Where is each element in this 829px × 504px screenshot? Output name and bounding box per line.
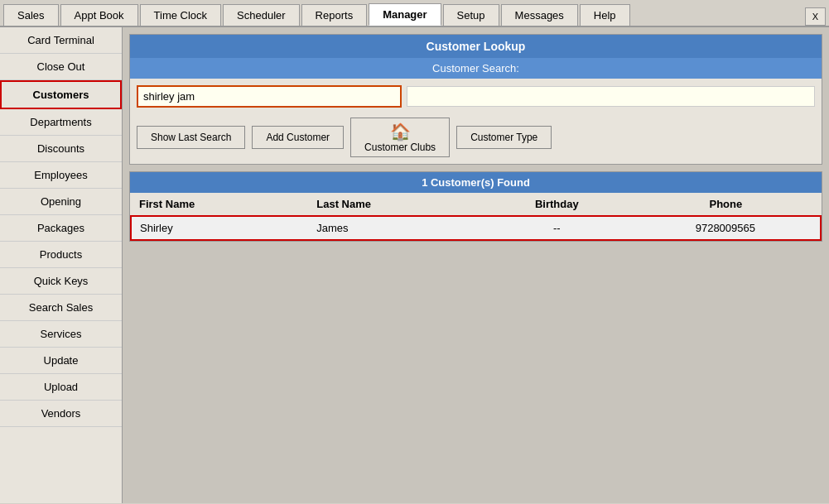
content-area: Customer Lookup Customer Search: Show La… — [123, 27, 829, 503]
sidebar-item-discounts[interactable]: Discounts — [0, 136, 122, 162]
cell-birthday: -- — [483, 216, 631, 240]
col-phone: Phone — [631, 193, 821, 216]
add-customer-button[interactable]: Add Customer — [252, 126, 344, 149]
results-table: First Name Last Name Birthday Phone Shir… — [130, 193, 822, 241]
show-last-search-button[interactable]: Show Last Search — [137, 126, 245, 149]
top-nav: Sales Appt Book Time Clock Scheduler Rep… — [0, 0, 829, 27]
col-first-name: First Name — [131, 193, 308, 216]
customer-type-button[interactable]: Customer Type — [456, 126, 552, 149]
customer-clubs-label: Customer Clubs — [364, 142, 436, 153]
table-header-row: First Name Last Name Birthday Phone — [131, 193, 821, 216]
search-input[interactable] — [137, 85, 402, 108]
sidebar-item-card-terminal[interactable]: Card Terminal — [0, 27, 122, 54]
buttons-row: Show Last Search Add Customer 🏠 Customer… — [130, 114, 822, 164]
sidebar-item-departments[interactable]: Departments — [0, 109, 122, 136]
tab-manager[interactable]: Manager — [369, 3, 441, 26]
sidebar-item-quick-keys[interactable]: Quick Keys — [0, 268, 122, 295]
tab-appt-book[interactable]: Appt Book — [60, 4, 138, 26]
sidebar-item-vendors[interactable]: Vendors — [0, 401, 122, 427]
sidebar-item-customers[interactable]: Customers — [0, 80, 122, 109]
cell-first-name: Shirley — [131, 216, 308, 240]
tab-setup[interactable]: Setup — [443, 4, 499, 26]
house-icon: 🏠 — [390, 122, 411, 142]
sidebar-item-update[interactable]: Update — [0, 348, 122, 374]
sidebar-item-services[interactable]: Services — [0, 321, 122, 348]
tab-scheduler[interactable]: Scheduler — [223, 4, 300, 26]
sidebar-item-upload[interactable]: Upload — [0, 374, 122, 401]
lookup-title: Customer Lookup — [130, 35, 822, 58]
search-input-right[interactable] — [407, 86, 815, 107]
table-row[interactable]: Shirley James -- 9728009565 — [131, 216, 821, 240]
tab-messages[interactable]: Messages — [501, 4, 578, 26]
cell-phone: 9728009565 — [631, 216, 821, 240]
sidebar-item-products[interactable]: Products — [0, 242, 122, 268]
search-row — [130, 79, 822, 114]
corner-button[interactable]: X — [805, 7, 826, 26]
search-label: Customer Search: — [130, 58, 822, 79]
tab-time-clock[interactable]: Time Clock — [140, 4, 222, 26]
sidebar-item-close-out[interactable]: Close Out — [0, 54, 122, 80]
sidebar-item-packages[interactable]: Packages — [0, 215, 122, 242]
tab-sales[interactable]: Sales — [3, 4, 59, 26]
sidebar-item-search-sales[interactable]: Search Sales — [0, 295, 122, 321]
main-layout: Card Terminal Close Out Customers Depart… — [0, 27, 829, 503]
results-count: 1 Customer(s) Found — [130, 172, 822, 193]
customer-lookup-panel: Customer Lookup Customer Search: Show La… — [129, 34, 822, 165]
cell-last-name: James — [308, 216, 483, 240]
sidebar-item-employees[interactable]: Employees — [0, 162, 122, 189]
customer-clubs-button[interactable]: 🏠 Customer Clubs — [350, 118, 450, 157]
col-birthday: Birthday — [483, 193, 631, 216]
col-last-name: Last Name — [308, 193, 483, 216]
sidebar-item-opening[interactable]: Opening — [0, 189, 122, 215]
tab-help[interactable]: Help — [580, 4, 630, 26]
results-panel: 1 Customer(s) Found First Name Last Name… — [129, 171, 822, 242]
tab-reports[interactable]: Reports — [301, 4, 368, 26]
sidebar: Card Terminal Close Out Customers Depart… — [0, 27, 123, 503]
